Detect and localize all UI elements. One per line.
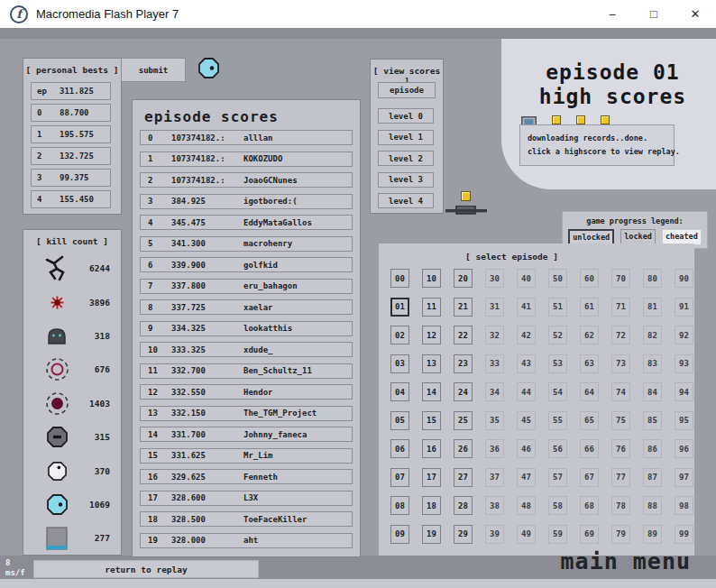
episode-cell[interactable]: 34 [485,382,504,401]
episode-cell[interactable]: 02 [390,326,409,345]
episode-cell[interactable]: 68 [580,496,599,515]
episode-cell[interactable]: 53 [548,354,567,373]
highscore-row[interactable]: 5 341.300 macrohenry [140,236,353,252]
episode-cell[interactable]: 35 [485,411,504,430]
episode-cell[interactable]: 95 [675,411,693,430]
episode-cell[interactable]: 19 [422,525,441,544]
highscore-row[interactable]: 6 339.900 golfkid [140,257,353,272]
episode-cell[interactable]: 93 [675,354,693,373]
episode-cell[interactable]: 36 [485,439,504,458]
highscore-row[interactable]: 4 345.475 EddyMataGallos [140,215,353,230]
episode-cell[interactable]: 29 [454,525,473,544]
episode-cell[interactable]: 30 [485,269,504,288]
episode-cell[interactable]: 10 [422,269,441,288]
episode-cell[interactable]: 88 [643,496,662,515]
episode-cell[interactable]: 28 [454,496,473,515]
episode-cell[interactable]: 72 [611,326,630,345]
episode-button[interactable]: episode [378,82,436,98]
episode-cell[interactable]: 82 [643,326,662,345]
episode-cell[interactable]: 47 [517,468,536,487]
level-button[interactable]: level 0 [378,108,434,124]
episode-cell[interactable]: 57 [548,468,567,487]
episode-cell[interactable]: 60 [580,269,599,288]
episode-cell[interactable]: 65 [580,411,599,430]
episode-cell[interactable]: 80 [643,269,662,288]
episode-cell[interactable]: 59 [548,525,567,544]
episode-cell[interactable]: 25 [454,411,473,430]
episode-cell[interactable]: 78 [611,496,630,515]
highscore-row[interactable]: 12 332.550 Hendor [140,384,353,400]
episode-cell[interactable]: 21 [454,298,473,317]
episode-cell[interactable]: 39 [485,525,504,544]
level-button[interactable]: level 2 [378,151,434,166]
highscore-row[interactable]: 13 332.150 The_TGM_Project [140,406,353,421]
episode-cell[interactable]: 48 [517,496,536,515]
episode-cell[interactable]: 40 [517,269,536,288]
episode-cell[interactable]: 44 [517,382,536,401]
episode-cell[interactable]: 75 [611,411,630,430]
episode-cell[interactable]: 54 [548,382,567,401]
episode-cell[interactable]: 83 [643,354,662,373]
episode-cell[interactable]: 56 [548,439,567,458]
highscore-row[interactable]: 18 328.500 ToeFaceKiller [140,511,353,527]
episode-cell[interactable]: 09 [390,525,409,544]
episode-cell[interactable]: 89 [643,525,662,544]
episode-cell[interactable]: 66 [580,439,599,458]
highscore-row[interactable]: 11 332.700 Ben_Schultz_11 [140,363,353,379]
episode-cell[interactable]: 87 [643,468,662,487]
episode-cell[interactable]: 22 [454,326,473,345]
episode-cell[interactable]: 37 [485,468,504,487]
episode-cell[interactable]: 98 [675,496,693,515]
highscore-row[interactable]: 14 331.700 Johnny_faneca [140,427,353,442]
episode-cell[interactable]: 79 [611,525,630,544]
episode-cell[interactable]: 67 [580,468,599,487]
episode-cell[interactable]: 74 [611,382,630,401]
episode-cell[interactable]: 50 [548,269,567,288]
maximize-button[interactable]: □ [633,0,675,28]
episode-cell[interactable]: 41 [517,298,536,317]
episode-cell[interactable]: 51 [548,298,567,317]
episode-cell[interactable]: 07 [390,468,409,487]
episode-cell[interactable]: 16 [422,439,441,458]
episode-cell[interactable]: 13 [422,354,441,373]
episode-cell[interactable]: 24 [454,382,473,401]
episode-cell[interactable]: 99 [675,525,693,544]
episode-cell[interactable]: 31 [485,298,504,317]
episode-cell[interactable]: 42 [517,326,536,345]
episode-cell[interactable]: 46 [517,439,536,458]
return-to-replay-button[interactable]: return to replay [33,560,259,578]
episode-cell[interactable]: 27 [454,468,473,487]
highscore-row[interactable]: 8 337.725 xaelar [140,299,353,315]
episode-cell[interactable]: 94 [675,382,693,401]
episode-cell[interactable]: 91 [675,298,693,317]
highscore-row[interactable]: 3 384.925 igotbored:( [140,194,353,209]
episode-cell[interactable]: 20 [454,269,473,288]
highscore-row[interactable]: 15 331.625 Mr_Lim [140,448,353,464]
episode-cell[interactable]: 26 [454,439,473,458]
episode-cell[interactable]: 96 [675,439,693,458]
episode-cell[interactable]: 64 [580,382,599,401]
episode-cell[interactable]: 61 [580,298,599,317]
episode-cell[interactable]: 71 [611,298,630,317]
episode-cell[interactable]: 33 [485,354,504,373]
episode-cell[interactable]: 73 [611,354,630,373]
level-button[interactable]: level 3 [378,172,434,188]
highscore-row[interactable]: 10 333.325 xdude_ [140,342,353,357]
episode-cell[interactable]: 32 [485,326,504,345]
episode-cell[interactable]: 81 [643,298,662,317]
episode-cell[interactable]: 15 [422,411,441,430]
highscore-row[interactable]: 16 329.625 Fenneth [140,469,353,484]
highscore-row[interactable]: 2 107374182.: JoaoGCNunes [140,172,353,188]
episode-cell[interactable]: 18 [422,496,441,515]
episode-cell[interactable]: 04 [390,382,409,401]
episode-cell[interactable]: 00 [390,269,409,288]
episode-cell[interactable]: 84 [643,382,662,401]
episode-cell[interactable]: 12 [422,326,441,345]
episode-cell[interactable]: 43 [517,354,536,373]
episode-cell[interactable]: 77 [611,468,630,487]
highscore-row[interactable]: 0 107374182.: alllan [140,130,353,145]
episode-cell[interactable]: 70 [611,269,630,288]
close-button[interactable]: ✕ [675,0,716,28]
highscore-row[interactable]: 7 337.800 eru_bahagon [140,279,353,294]
episode-cell[interactable]: 62 [580,326,599,345]
